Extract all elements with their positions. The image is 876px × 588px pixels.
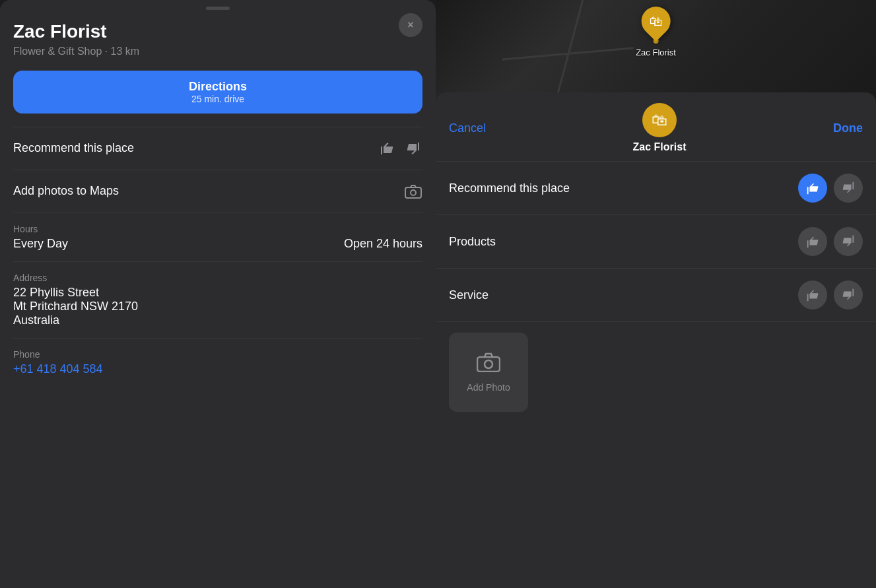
map-background: 🛍 Zac Florist — [436, 0, 876, 102]
left-panel: Zac Florist Flower & Gift Shop · 13 km ×… — [0, 0, 436, 588]
map-pin-label: Zac Florist — [636, 48, 676, 57]
phone-value[interactable]: +61 418 404 584 — [13, 362, 422, 376]
svg-point-3 — [485, 360, 492, 368]
address-label: Address — [13, 273, 422, 283]
products-thumbdown-button[interactable] — [834, 227, 863, 256]
directions-button[interactable]: Directions 25 min. drive — [13, 71, 422, 114]
hours-row: Every Day Open 24 hours — [13, 237, 422, 251]
right-panel: 🛍 Zac Florist Cancel 🛍 Zac Florist Done … — [436, 0, 876, 588]
camera-icon[interactable] — [404, 182, 422, 201]
address-line3: Australia — [13, 313, 422, 327]
left-header: Zac Florist Flower & Gift Shop · 13 km — [0, 10, 436, 65]
right-sheet: Cancel 🛍 Zac Florist Done Recommend this… — [436, 92, 876, 588]
svg-rect-0 — [405, 187, 421, 198]
service-label: Service — [449, 288, 489, 302]
hours-section: Hours Every Day Open 24 hours — [0, 213, 436, 253]
thumbup-icon[interactable] — [378, 139, 396, 158]
hours-label: Hours — [13, 224, 422, 234]
map-pin-icon: 🛍 — [649, 14, 662, 29]
thumbdown-icon[interactable] — [404, 139, 422, 158]
place-info: 🛍 Zac Florist — [633, 103, 687, 153]
phone-label: Phone — [13, 349, 422, 360]
products-rating-row: Products — [436, 215, 876, 269]
place-name: Zac Florist — [633, 141, 687, 153]
place-bag-icon: 🛍 — [652, 111, 667, 129]
recommend-row: Recommend this place — [0, 127, 436, 170]
map-pin: 🛍 — [635, 1, 676, 42]
service-rating-row: Service — [436, 269, 876, 322]
products-label: Products — [449, 235, 496, 249]
recommend-label: Recommend this place — [13, 141, 134, 155]
hours-status: Open 24 hours — [344, 237, 422, 251]
add-photos-row[interactable]: Add photos to Maps — [0, 170, 436, 212]
phone-section: Phone +61 418 404 584 — [0, 339, 436, 387]
service-thumbdown-button[interactable] — [834, 280, 863, 310]
recommend-rating-row: Recommend this place — [436, 162, 876, 215]
service-thumbup-button[interactable] — [798, 280, 827, 310]
right-sheet-header: Cancel 🛍 Zac Florist Done — [436, 92, 876, 162]
recommend-rating-label: Recommend this place — [449, 181, 570, 195]
products-thumbup-button[interactable] — [798, 227, 827, 256]
add-photo-section: Add Photo — [436, 322, 876, 422]
add-photo-camera-icon — [477, 352, 500, 377]
directions-label: Directions — [189, 80, 247, 94]
recommend-rating-buttons — [798, 174, 863, 203]
address-section: Address 22 Phyllis Street Mt Pritchard N… — [0, 262, 436, 330]
directions-sublabel: 25 min. drive — [191, 94, 244, 104]
service-rating-buttons — [798, 280, 863, 310]
cancel-button[interactable]: Cancel — [449, 121, 486, 135]
recommend-thumbup-button[interactable] — [798, 174, 827, 203]
add-photo-button[interactable]: Add Photo — [449, 333, 528, 412]
address-line2: Mt Pritchard NSW 2170 — [13, 300, 422, 313]
map-pin-container: 🛍 Zac Florist — [636, 7, 676, 57]
recommend-thumbdown-button[interactable] — [834, 174, 863, 203]
svg-rect-2 — [477, 357, 500, 372]
place-icon: 🛍 — [642, 103, 677, 137]
place-title: Zac Florist — [13, 20, 422, 43]
hours-day: Every Day — [13, 237, 68, 251]
place-subtitle: Flower & Gift Shop · 13 km — [13, 46, 422, 57]
add-photos-label: Add photos to Maps — [13, 184, 119, 198]
address-line1: 22 Phyllis Street — [13, 286, 422, 300]
done-button[interactable]: Done — [833, 121, 863, 135]
recommend-icons — [378, 139, 422, 158]
add-photo-label: Add Photo — [467, 382, 510, 393]
close-button[interactable]: × — [399, 13, 422, 37]
products-rating-buttons — [798, 227, 863, 256]
svg-point-1 — [411, 190, 416, 195]
